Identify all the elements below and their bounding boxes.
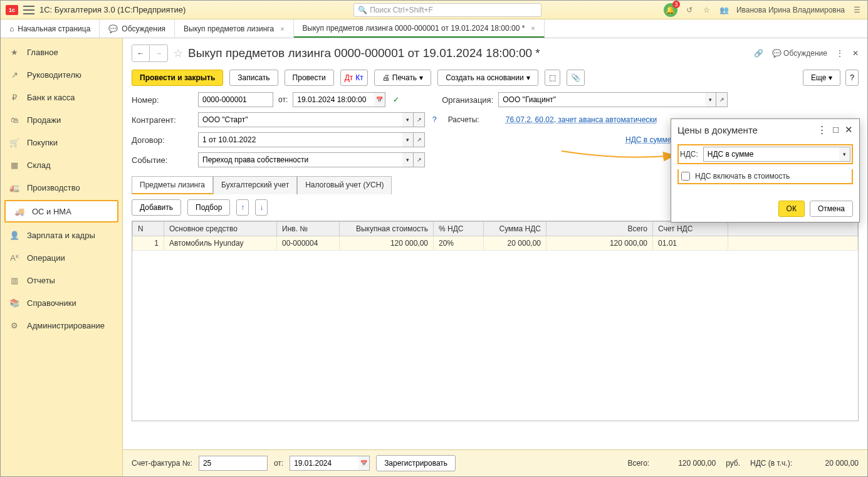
sidebar-item-payroll[interactable]: 👤Зарплата и кадры [1,224,122,246]
sidebar-item-assets[interactable]: 🚚ОС и НМА [4,200,118,223]
tab-leasing-list[interactable]: Выкуп предметов лизинга× [175,19,293,38]
user-icon[interactable]: 👥 [719,4,730,16]
dtkt-button[interactable]: ДтКт [340,70,368,86]
post-close-button[interactable]: Провести и закрыть [132,70,223,86]
nav-forward-button[interactable]: → [150,45,167,61]
history-icon[interactable]: ↺ [684,4,695,16]
sf-date-input[interactable] [290,456,358,471]
edi-button[interactable]: ⬚ [545,70,560,86]
contr-input[interactable] [198,112,402,127]
total-label: Всего: [627,459,649,468]
calc-link[interactable]: 76.07.2, 60.02, зачет аванса автоматичес… [506,115,657,124]
more-icon[interactable]: ⋮ [836,49,844,58]
col-total[interactable]: Всего [546,222,653,236]
close-icon[interactable]: × [531,24,535,32]
sidebar-item-main[interactable]: ★Главное [1,41,122,63]
sidebar-item-purchases[interactable]: 🛒Покупки [1,131,122,154]
dropdown-icon[interactable]: ▾ [402,112,414,127]
table-row[interactable]: 1 Автомобиль Hyunday 00-000004 120 000,0… [133,236,858,251]
from-label: от: [278,95,288,104]
logo-icon: 1c [6,5,18,15]
org-input[interactable] [498,92,705,107]
help-button[interactable]: ? [845,70,859,86]
sidebar-item-admin[interactable]: ⚙Администрирование [1,314,122,337]
post-button[interactable]: Провести [285,70,334,86]
popup-title: Цены в документе [677,125,758,135]
number-input[interactable] [198,92,273,107]
print-button[interactable]: 🖨 Печать ▾ [374,70,431,86]
menu-icon[interactable] [23,6,34,14]
open-icon[interactable]: ↗ [716,92,728,107]
col-cost[interactable]: Выкупная стоимость [340,222,434,236]
star-icon[interactable]: ☆ [701,4,713,16]
dropdown-icon[interactable]: ▾ [705,92,716,107]
dropdown-icon[interactable]: ▾ [402,152,414,167]
settings-icon[interactable]: ☰ [851,4,862,16]
posted-icon: ✓ [393,95,399,104]
footer: Счет-фактура №: от: 📅 Зарегистрировать В… [123,449,867,476]
col-acct[interactable]: Счет НДС [653,222,728,236]
doc-title: Выкуп предметов лизинга 0000-000001 от 1… [188,46,540,60]
calendar-icon[interactable]: 📅 [374,92,385,107]
add-button[interactable]: Добавить [132,199,181,216]
move-up-button[interactable]: ↑ [236,199,249,216]
date-input[interactable] [293,92,374,107]
main-content: ← → ☆ Выкуп предметов лизинга 0000-00000… [123,38,867,476]
ok-button[interactable]: ОК [778,201,805,217]
sidebar-item-catalogs[interactable]: 📚Справочники [1,291,122,314]
link-icon[interactable]: 🔗 [754,49,763,58]
based-on-button[interactable]: Создать на основании ▾ [437,70,538,86]
nav-back-button[interactable]: ← [132,45,150,61]
help-icon[interactable]: ? [432,115,437,124]
tab-home[interactable]: ⌂Начальная страница [1,19,100,38]
attach-button[interactable]: 📎 [567,70,585,86]
save-button[interactable]: Записать [229,70,278,86]
col-asset[interactable]: Основное средство [164,222,277,236]
move-down-button[interactable]: ↓ [255,199,268,216]
tab-discussions[interactable]: 💬Обсуждения [100,19,175,38]
popup-vat-select[interactable] [703,147,839,162]
sidebar-item-operations[interactable]: AᴷОперации [1,246,122,269]
close-icon[interactable]: ✕ [845,124,853,135]
bell-icon[interactable]: 🔔 [664,3,677,17]
col-vatsum[interactable]: Сумма НДС [484,222,546,236]
close-icon[interactable]: × [280,25,284,33]
close-icon[interactable]: ✕ [852,49,859,58]
discuss-button[interactable]: 💬 Обсуждение [772,49,827,58]
sidebar-item-production[interactable]: 🚛Производство [1,176,122,199]
contract-input[interactable] [198,132,402,147]
pick-button[interactable]: Подбор [187,199,230,216]
dropdown-icon[interactable]: ▾ [839,147,850,162]
open-icon[interactable]: ↗ [414,112,425,127]
event-input[interactable] [198,152,402,167]
more-button[interactable]: Еще ▾ [803,70,840,86]
include-vat-checkbox[interactable] [681,172,690,181]
subtab-accounting[interactable]: Бухгалтерский учет [213,176,297,194]
app-title: 1С: Бухгалтерия 3.0 (1С:Предприятие) [39,5,186,14]
items-table[interactable]: N Основное средство Инв. № Выкупная стои… [132,221,859,421]
calendar-icon[interactable]: 📅 [358,456,370,471]
subtab-tax[interactable]: Налоговый учет (УСН) [297,176,392,194]
search-input[interactable]: 🔍 Поиск Ctrl+Shift+F [353,3,541,17]
vat-link[interactable]: НДС в сумме [625,135,672,144]
col-n[interactable]: N [133,222,164,236]
register-button[interactable]: Зарегистрировать [376,455,456,471]
col-vatpct[interactable]: % НДС [434,222,484,236]
subtab-items[interactable]: Предметы лизинга [132,176,213,194]
col-inv[interactable]: Инв. № [277,222,340,236]
tab-leasing-doc[interactable]: Выкуп предметов лизинга 0000-000001 от 1… [294,19,545,38]
maximize-icon[interactable]: □ [833,124,839,135]
cancel-button[interactable]: Отмена [810,201,853,217]
sidebar-item-bank[interactable]: ₽Банк и касса [1,86,122,108]
org-label: Организация: [442,95,493,105]
more-icon[interactable]: ⋮ [817,124,827,135]
sf-number-input[interactable] [199,456,268,471]
sidebar-item-reports[interactable]: ▥Отчеты [1,269,122,291]
favorite-icon[interactable]: ☆ [173,46,183,60]
open-icon[interactable]: ↗ [414,132,425,147]
sidebar-item-warehouse[interactable]: ▦Склад [1,154,122,176]
open-icon[interactable]: ↗ [414,152,425,167]
dropdown-icon[interactable]: ▾ [402,132,414,147]
sidebar-item-sales[interactable]: 🛍Продажи [1,108,122,131]
sidebar-item-manager[interactable]: ↗Руководителю [1,63,122,86]
